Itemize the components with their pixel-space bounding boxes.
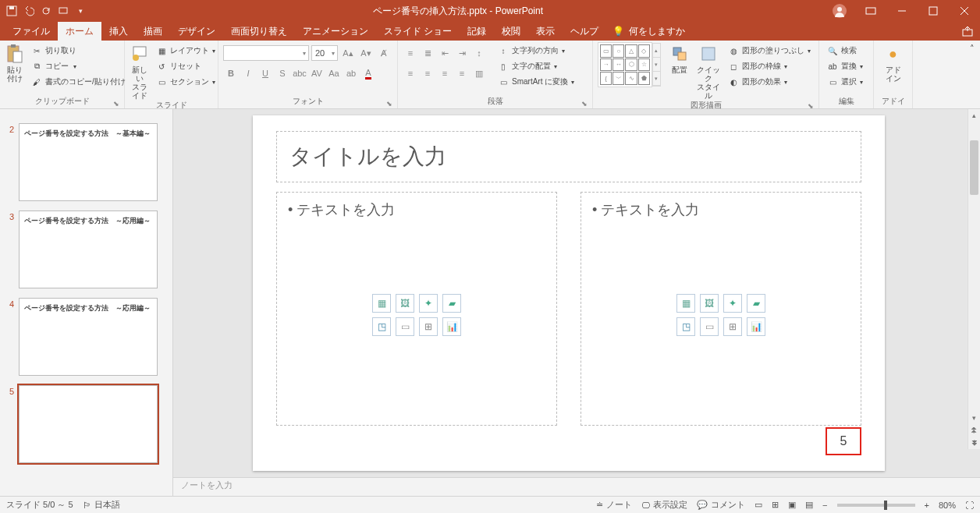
reading-view-button[interactable]: ▣ — [788, 500, 796, 510]
strikethrough-button[interactable]: S — [275, 65, 290, 81]
content-placeholder-left[interactable]: • テキストを入力 ▦ 🖼 ✦ ▰ ◳ ▭ ⊞ 📊 — [276, 192, 557, 426]
normal-view-button[interactable]: ▭ — [755, 500, 762, 510]
shape-outline-button[interactable]: ◻図形の枠線▾ — [725, 59, 814, 73]
tab-draw[interactable]: 描画 — [136, 22, 170, 41]
tab-view[interactable]: 表示 — [528, 22, 563, 41]
underline-button[interactable]: U — [257, 65, 273, 81]
insert-table-icon[interactable]: ▦ — [676, 294, 695, 313]
shapes-gallery[interactable]: ▭○△◇ →↔⬡☆ {﹀∿⬟ ▴▾▾ — [598, 42, 652, 87]
justify-button[interactable]: ≡ — [454, 65, 470, 81]
share-icon[interactable] — [961, 25, 974, 37]
bullets-button[interactable]: ≡ — [403, 45, 418, 61]
bold-button[interactable]: B — [223, 65, 239, 81]
notes-toggle[interactable]: ≐ノート — [596, 499, 632, 511]
tab-home[interactable]: ホーム — [58, 22, 101, 41]
thumb-slide-3[interactable]: ページ番号を設定する方法 ～応用編～ — [19, 211, 158, 288]
increase-font-icon[interactable]: A▴ — [340, 45, 356, 61]
select-button[interactable]: ▭選択▾ — [824, 75, 866, 89]
shape-fill-button[interactable]: ◍図形の塗りつぶし▾ — [725, 44, 814, 58]
comments-toggle[interactable]: 💬コメント — [697, 499, 745, 511]
scroll-up-icon[interactable]: ▴ — [968, 109, 980, 122]
zoom-handle[interactable] — [884, 501, 887, 510]
new-slide-button[interactable]: 新しい スライド — [130, 42, 150, 100]
align-text-button[interactable]: ▯文字の配置▾ — [495, 59, 577, 73]
insert-smartart-icon[interactable]: ◳ — [676, 317, 695, 336]
zoom-out-button[interactable]: − — [822, 501, 827, 510]
font-name-combo[interactable] — [223, 45, 309, 61]
tab-record[interactable]: 記録 — [460, 22, 494, 41]
slide-thumbnails-pane[interactable]: 2 ページ番号を設定する方法 ～基本編～ 3 ページ番号を設定する方法 ～応用編… — [0, 109, 173, 496]
cut-button[interactable]: ✂切り取り — [28, 44, 129, 58]
insert-video-icon[interactable]: ▭ — [700, 317, 719, 336]
text-direction-button[interactable]: ↕文字列の方向▾ — [495, 44, 577, 58]
thumb-slide-4[interactable]: ページ番号を設定する方法 ～応用編～ — [19, 298, 158, 376]
save-icon[interactable] — [5, 4, 19, 18]
start-from-beginning-icon[interactable] — [56, 4, 70, 18]
align-left-button[interactable]: ≡ — [403, 65, 418, 81]
increase-indent-button[interactable]: ⇥ — [454, 45, 470, 61]
replace-button[interactable]: ab置換▾ — [824, 59, 866, 73]
content-placeholder-right[interactable]: • テキストを入力 ▦ 🖼 ✦ ▰ ◳ ▭ ⊞ 📊 — [581, 192, 861, 426]
tab-transitions[interactable]: 画面切り替え — [223, 22, 295, 41]
shadow-button[interactable]: abc — [292, 65, 307, 81]
section-button[interactable]: ▭セクション▾ — [153, 75, 218, 89]
tell-me[interactable]: 💡 何をしますか — [612, 25, 685, 38]
account-icon[interactable] — [824, 0, 855, 22]
insert-picture-icon[interactable]: 🖼 — [396, 294, 414, 313]
thumb-row-4[interactable]: 4 ページ番号を設定する方法 ～応用編～ — [0, 296, 172, 384]
minimize-button[interactable] — [886, 0, 918, 22]
insert-smartart-icon[interactable]: ◳ — [372, 317, 391, 336]
scroll-thumb[interactable] — [970, 140, 978, 195]
slideshow-view-button[interactable]: ▤ — [805, 500, 813, 510]
qat-dropdown-icon[interactable]: ▾ — [73, 4, 87, 18]
prev-slide-icon[interactable]: ⯭ — [968, 424, 980, 437]
tab-slideshow[interactable]: スライド ショー — [376, 22, 460, 41]
convert-smartart-button[interactable]: ▭SmartArt に変換▾ — [495, 75, 577, 89]
ribbon-display-icon[interactable] — [855, 0, 886, 22]
font-color-button[interactable]: A — [360, 65, 376, 81]
shape-effects-button[interactable]: ◐図形の効果▾ — [725, 75, 814, 89]
zoom-slider[interactable] — [837, 504, 915, 507]
thumb-slide-2[interactable]: ページ番号を設定する方法 ～基本編～ — [19, 123, 158, 201]
arrange-button[interactable]: 配置 — [666, 42, 693, 74]
slide-indicator[interactable]: スライド 5/0 ～ 5 — [6, 499, 73, 511]
insert-video-icon[interactable]: ▭ — [396, 317, 414, 336]
layout-button[interactable]: ▦レイアウト▾ — [153, 44, 218, 58]
highlight-button[interactable]: ab — [343, 65, 359, 81]
numbering-button[interactable]: ≣ — [420, 45, 435, 61]
maximize-button[interactable] — [918, 0, 949, 22]
slide-canvas[interactable]: タイトルを入力 • テキストを入力 ▦ 🖼 ✦ ▰ ◳ ▭ ⊞ 📊 — [253, 115, 885, 471]
display-settings[interactable]: 🖵表示設定 — [641, 499, 687, 511]
insert-chart-icon[interactable]: 📊 — [442, 317, 461, 336]
zoom-in-button[interactable]: + — [925, 501, 929, 510]
insert-online-pic-icon[interactable]: ⊞ — [723, 317, 742, 336]
tab-review[interactable]: 校閲 — [494, 22, 528, 41]
thumb-row-3[interactable]: 3 ページ番号を設定する方法 ～応用編～ — [0, 209, 172, 296]
tab-file[interactable]: ファイル — [5, 22, 58, 41]
char-spacing-button[interactable]: AV — [309, 65, 325, 81]
insert-3d-icon[interactable]: ▰ — [747, 294, 765, 313]
columns-button[interactable]: ▥ — [471, 65, 487, 81]
insert-chart-icon[interactable]: 📊 — [747, 317, 765, 336]
clear-formatting-icon[interactable]: A̸ — [376, 45, 392, 61]
insert-3d-icon[interactable]: ▰ — [442, 294, 461, 313]
paragraph-dialog-launcher[interactable]: ⬊ — [581, 100, 588, 108]
insert-online-pic-icon[interactable]: ⊞ — [419, 317, 438, 336]
zoom-level[interactable]: 80% — [939, 501, 956, 510]
collapse-ribbon-button[interactable]: ˄ — [964, 41, 980, 108]
clipboard-dialog-launcher[interactable]: ⬊ — [113, 100, 119, 108]
align-center-button[interactable]: ≡ — [420, 65, 435, 81]
close-button[interactable] — [949, 0, 980, 22]
tab-design[interactable]: デザイン — [170, 22, 223, 41]
thumb-row-2[interactable]: 2 ページ番号を設定する方法 ～基本編～ — [0, 122, 172, 209]
decrease-indent-button[interactable]: ⇤ — [437, 45, 453, 61]
tab-insert[interactable]: 挿入 — [101, 22, 136, 41]
font-dialog-launcher[interactable]: ⬊ — [386, 100, 392, 108]
tab-animations[interactable]: アニメーション — [295, 22, 376, 41]
scroll-down-icon[interactable]: ▾ — [968, 412, 980, 424]
paste-button[interactable]: 貼り付け — [5, 42, 25, 83]
title-placeholder[interactable]: タイトルを入力 — [276, 131, 861, 182]
tab-help[interactable]: ヘルプ — [563, 22, 606, 41]
quick-styles-button[interactable]: クイック スタイル — [696, 42, 723, 100]
copy-button[interactable]: ⧉コピー▾ — [28, 59, 129, 73]
